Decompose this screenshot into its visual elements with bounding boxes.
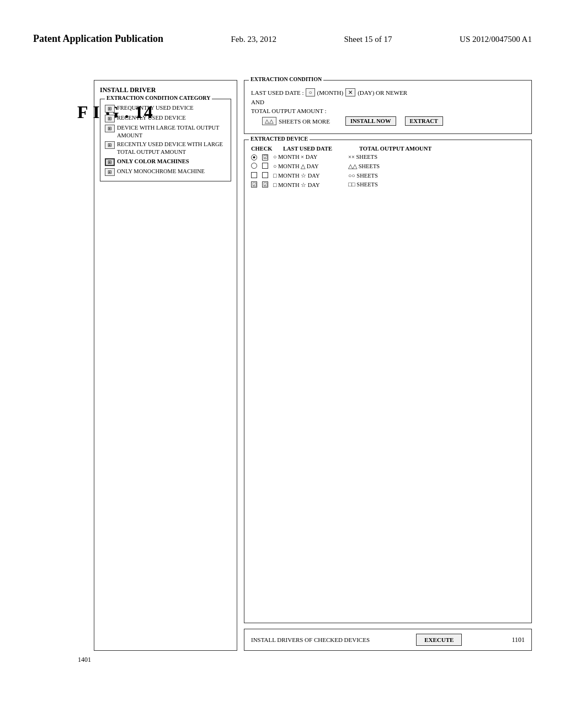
col-header-total: TOTAL OUTPUT AMOUNT [359, 146, 431, 152]
total-output-row: TOTAL OUTPUT AMOUNT : [251, 108, 525, 114]
triangle-box: △△ [262, 117, 276, 125]
item-text-2: RECENTLY USED DEVICE [117, 114, 226, 122]
row2-check[interactable] [262, 163, 270, 170]
install-now-button[interactable]: INSTALL NOW [345, 116, 396, 126]
diagram-container: INSTALL DRIVER EXTRACTION CONDITION CATE… [94, 80, 532, 651]
list-item: ⊞ ONLY COLOR MACHINES [105, 158, 226, 166]
row2-sheets: △△ SHEETS [348, 163, 380, 169]
extraction-condition-label: EXTRACTION CONDITION [249, 76, 323, 82]
row1-sheets: ×× SHEETS [348, 154, 377, 160]
extracted-device-label: EXTRACTED DEVICE [249, 136, 310, 142]
list-item: ⊞ RECENTLY USED DEVICE WITH LARGE TOTAL … [105, 141, 226, 156]
row4-sheets: □□ SHEETS [348, 181, 378, 188]
left-panel-title: INSTALL DRIVER [100, 86, 231, 94]
col-header-check: CHECK [251, 146, 279, 152]
tree-icon-5: ⊞ [105, 158, 115, 166]
install-drivers-text: INSTALL DRIVERS OF CHECKED DEVICES [251, 636, 370, 643]
page-header: Patent Application Publication Feb. 23, … [0, 33, 565, 45]
tree-icon-3: ⊞ [105, 125, 115, 132]
publication-title: Patent Application Publication [33, 33, 163, 45]
list-item: ⊞ FREQUENTLY USED DEVICE [105, 104, 226, 113]
col-header-last-used: LAST USED DATE [283, 146, 355, 152]
tree-icon-1: ⊞ [105, 105, 115, 113]
extract-button[interactable]: EXTRACT [405, 116, 443, 126]
total-output-label: TOTAL OUTPUT AMOUNT : [251, 108, 327, 114]
sheet-info: Sheet 15 of 17 [344, 35, 392, 44]
sheets-or-more: SHEETS OR MORE [279, 118, 330, 125]
and-text: AND [251, 99, 264, 105]
execute-button[interactable]: EXECUTE [416, 634, 462, 646]
row3-date: □ MONTH ☆ DAY [273, 172, 345, 179]
patent-number: US 2012/0047500 A1 [460, 35, 532, 44]
row4-date: □ MONTH ☆ DAY [273, 181, 345, 188]
row4-radio: ☑ [251, 181, 259, 188]
row2-radio [251, 163, 259, 170]
tree-icon-4: ⊞ [105, 141, 115, 149]
row1-check[interactable]: ☑ [262, 154, 270, 160]
row3-radio [251, 172, 259, 179]
item-text-4: RECENTLY USED DEVICE WITH LARGE TOTAL OU… [117, 141, 226, 156]
row2-date: ○ MONTH △ DAY [273, 163, 345, 169]
row1-radio: ● [251, 154, 259, 160]
right-panel: EXTRACTION CONDITION LAST USED DATE : ○ … [244, 80, 532, 651]
last-used-date-row: LAST USED DATE : ○ (MONTH) ✕ (DAY) OR NE… [251, 88, 525, 97]
item-text-1: FREQUENTLY USED DEVICE [117, 104, 226, 112]
row3-sheets: ○○ SHEETS [348, 173, 378, 179]
list-item: ⊞ ONLY MONOCHROME MACHINE [105, 168, 226, 176]
sheets-row: △△ SHEETS OR MORE INSTALL NOW EXTRACT [251, 116, 525, 126]
item-text-6: ONLY MONOCHROME MACHINE [117, 168, 226, 175]
extraction-category-label: EXTRACTION CONDITION CATEGORY [105, 95, 212, 101]
label-1401: 1401 [78, 656, 91, 664]
and-row: AND [251, 99, 525, 105]
item-text-3: DEVICE WITH LARGE TOTAL OUTPUT AMOUNT [117, 124, 226, 139]
left-panel: INSTALL DRIVER EXTRACTION CONDITION CATE… [94, 80, 237, 651]
row3-check[interactable] [262, 172, 270, 179]
extracted-device-box: EXTRACTED DEVICE CHECK LAST USED DATE TO… [244, 140, 532, 623]
label-1101: 1101 [511, 636, 525, 644]
month-text: (MONTH) [317, 89, 344, 96]
bottom-row: INSTALL DRIVERS OF CHECKED DEVICES EXECU… [244, 629, 532, 651]
publication-date: Feb. 23, 2012 [231, 35, 277, 44]
device-table-header: CHECK LAST USED DATE TOTAL OUTPUT AMOUNT [251, 146, 525, 152]
month-circle-box: ○ [306, 88, 315, 97]
extraction-category-section: EXTRACTION CONDITION CATEGORY ⊞ FREQUENT… [100, 99, 231, 181]
day-x-box: ✕ [345, 88, 355, 97]
extraction-condition-box: EXTRACTION CONDITION LAST USED DATE : ○ … [244, 80, 532, 134]
tree-icon-2: ⊞ [105, 115, 115, 122]
list-item: ⊞ RECENTLY USED DEVICE [105, 114, 226, 122]
row4-check[interactable]: ☑ [262, 181, 270, 188]
item-text-5: ONLY COLOR MACHINES [117, 158, 226, 165]
row1-date: ○ MONTH × DAY [273, 154, 345, 160]
table-row: ● ☑ ○ MONTH × DAY ×× SHEETS [251, 154, 525, 160]
tree-icon-6: ⊞ [105, 168, 115, 176]
table-row: □ MONTH ☆ DAY ○○ SHEETS [251, 172, 525, 179]
last-used-date-label: LAST USED DATE : [251, 89, 303, 96]
list-item: ⊞ DEVICE WITH LARGE TOTAL OUTPUT AMOUNT [105, 124, 226, 139]
day-text: (DAY) OR NEWER [358, 89, 407, 96]
table-row: ☑ ☑ □ MONTH ☆ DAY □□ SHEETS [251, 181, 525, 188]
table-row: ○ MONTH △ DAY △△ SHEETS [251, 163, 525, 170]
